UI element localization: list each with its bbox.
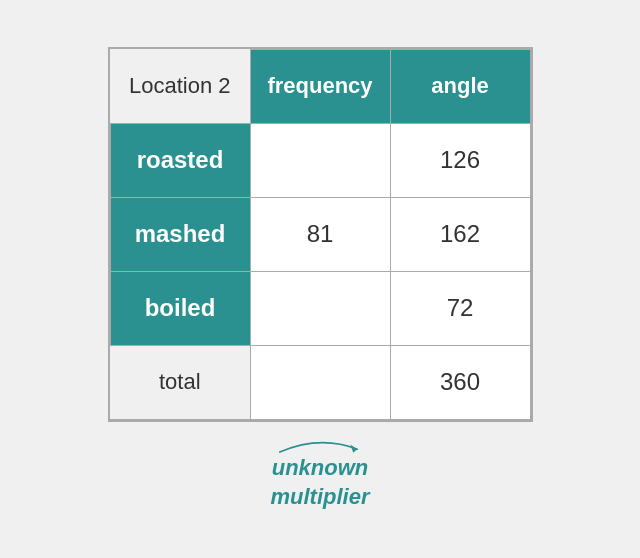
- row-label-mashed: mashed: [110, 197, 250, 271]
- mashed-angle: 162: [390, 197, 530, 271]
- row-label-total: total: [110, 345, 250, 419]
- table-row: boiled 72: [110, 271, 530, 345]
- arrow-area: unknown multiplier: [110, 432, 530, 512]
- roasted-frequency: [250, 123, 390, 197]
- table-outer-border: Location 2 frequency angle roasted 126 m…: [108, 47, 533, 422]
- total-angle: 360: [390, 345, 530, 419]
- svg-marker-0: [350, 444, 357, 452]
- total-row: total 360: [110, 345, 530, 419]
- header-angle-label: angle: [390, 49, 530, 123]
- header-frequency-label: frequency: [250, 49, 390, 123]
- arrow-label: unknown multiplier: [270, 454, 369, 511]
- total-frequency: [250, 345, 390, 419]
- row-label-roasted: roasted: [110, 123, 250, 197]
- row-label-boiled: boiled: [110, 271, 250, 345]
- roasted-angle: 126: [390, 123, 530, 197]
- table-row: roasted 126: [110, 123, 530, 197]
- mashed-frequency: 81: [250, 197, 390, 271]
- table-row: mashed 81 162: [110, 197, 530, 271]
- header-row: Location 2 frequency angle: [110, 49, 530, 123]
- boiled-frequency: [250, 271, 390, 345]
- main-container: Location 2 frequency angle roasted 126 m…: [88, 27, 553, 532]
- boiled-angle: 72: [390, 271, 530, 345]
- data-table: Location 2 frequency angle roasted 126 m…: [110, 49, 531, 420]
- header-location-label: Location 2: [110, 49, 250, 123]
